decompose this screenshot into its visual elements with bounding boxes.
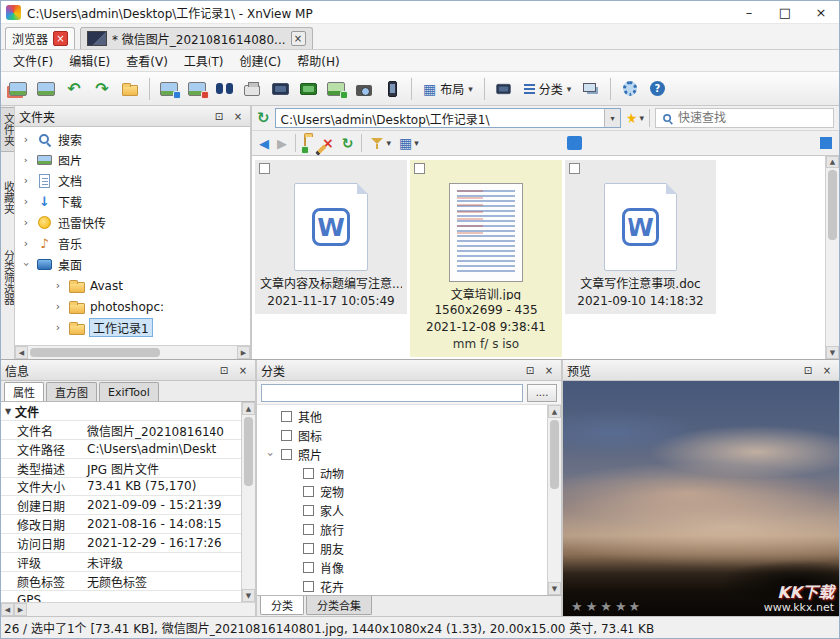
scroll-down-icon[interactable]: ▼ (548, 582, 561, 595)
category-item-photos[interactable]: ›照片 (257, 445, 547, 464)
category-filter-input[interactable] (261, 384, 523, 402)
expander-icon[interactable]: › (21, 237, 31, 250)
screen-capture-button[interactable] (295, 76, 321, 102)
section-collapse-icon[interactable]: ▼ (1, 407, 15, 416)
scroll-left-icon[interactable]: ◀ (1, 603, 14, 616)
combo-dropdown-icon[interactable]: ▾ (604, 109, 620, 127)
view-mode-dropdown[interactable]: ▦ ▾ (399, 135, 419, 151)
scrollbar-thumb[interactable] (30, 348, 160, 357)
filter-dropdown[interactable]: ▾ (370, 136, 391, 150)
tab-category-sets[interactable]: 分类合集 (306, 596, 372, 615)
category-item[interactable]: 朋友 (257, 539, 547, 558)
sort-dropdown[interactable]: 分类 ▾ (519, 76, 577, 102)
section-row[interactable]: ▼ 文件 (1, 402, 241, 421)
browser-mode-button[interactable] (5, 76, 31, 102)
scroll-up-icon[interactable]: ▲ (826, 156, 839, 168)
close-panel-icon[interactable]: × (230, 108, 246, 124)
checkbox[interactable] (303, 581, 314, 592)
camera-import-button[interactable] (351, 76, 377, 102)
menu-file[interactable]: 文件(F) (5, 50, 61, 71)
category-item[interactable]: 图标 (257, 426, 547, 445)
print-button[interactable] (239, 76, 265, 102)
folder-item-work-record[interactable]: › 工作记录1 (15, 317, 250, 338)
tab-exiftool[interactable]: ExifTool (99, 382, 159, 401)
checkbox[interactable] (303, 468, 314, 479)
category-item[interactable]: 宠物 (257, 482, 547, 501)
checkbox[interactable] (303, 543, 314, 554)
scrollbar-track[interactable] (548, 418, 561, 582)
file-checkbox[interactable] (414, 163, 425, 174)
folder-item-search[interactable]: › 搜索 (15, 129, 250, 150)
rating-stars[interactable]: ★★★★★ (571, 599, 643, 614)
expander-icon[interactable]: › (53, 321, 63, 334)
checkbox[interactable] (303, 505, 314, 516)
menu-view[interactable]: 查看(V) (118, 50, 176, 71)
expander-icon[interactable]: › (21, 154, 31, 166)
forward-button[interactable]: ▶ (277, 136, 287, 151)
sidebar-tab-favorites[interactable]: 收藏夹 (1, 176, 15, 219)
file-item-selected[interactable]: 文章培训.jpg 1560x2699 - 435 2021-12-08 9:38… (410, 160, 562, 357)
folder-item-pictures[interactable]: › 图片 (15, 150, 250, 170)
help-button[interactable]: ? (644, 76, 670, 102)
mobile-device-button[interactable] (379, 76, 405, 102)
category-item[interactable]: 肖像 (257, 558, 547, 577)
expander-icon[interactable]: › (53, 300, 63, 313)
image-edit-button[interactable] (156, 76, 182, 102)
browse-folder-button[interactable] (117, 76, 143, 102)
category-item[interactable]: 花卉 (257, 577, 547, 595)
float-panel-icon[interactable]: ⊡ (216, 362, 232, 378)
folder-item-music[interactable]: › ♪ 音乐 (15, 233, 250, 254)
folder-item-xunlei[interactable]: › 迅雷快传 (15, 212, 250, 233)
checkbox[interactable] (303, 562, 314, 573)
tab-image-close-icon[interactable]: × (291, 31, 306, 46)
expander-icon[interactable]: › (21, 195, 31, 208)
float-panel-icon[interactable]: ⊡ (211, 108, 227, 124)
search-button[interactable] (211, 76, 237, 102)
close-panel-icon[interactable]: × (235, 362, 251, 378)
redo-button[interactable]: ↷ (89, 76, 115, 102)
expander-icon[interactable]: › (21, 216, 31, 229)
scrollbar-track[interactable] (242, 415, 255, 589)
checkbox[interactable] (303, 486, 314, 497)
float-panel-icon[interactable]: ⊡ (522, 362, 538, 378)
checkbox[interactable] (303, 524, 314, 535)
scroll-up-icon[interactable]: ▲ (548, 405, 561, 418)
file-checkbox[interactable] (569, 163, 580, 174)
settings-button[interactable] (617, 76, 642, 102)
checkbox[interactable] (281, 430, 292, 441)
file-item[interactable]: W 文章写作注意事项.doc 2021-09-10 14:18:32 (565, 160, 716, 314)
folder-item-documents[interactable]: › 文档 (15, 170, 250, 191)
panel-toggle-icon[interactable] (820, 137, 832, 149)
scroll-up-icon[interactable]: ▲ (242, 402, 255, 415)
tab-category[interactable]: 分类 (260, 596, 304, 615)
folder-horizontal-scrollbar[interactable]: ◀ ▶ (15, 345, 250, 359)
info-horizontal-scrollbar[interactable]: ◀ ▶ (1, 602, 255, 616)
quick-search-box[interactable] (655, 108, 834, 128)
browser-vertical-scrollbar[interactable]: ▲ ▼ (825, 156, 839, 359)
scrollbar-thumb[interactable] (550, 420, 559, 489)
thumbnail-view-button[interactable] (491, 76, 517, 102)
minimize-button[interactable]: – (731, 1, 767, 23)
close-button[interactable]: × (803, 1, 839, 23)
category-item[interactable]: 其他 (257, 407, 547, 426)
category-item[interactable]: 旅行 (257, 520, 547, 539)
batch-convert-button[interactable] (323, 76, 349, 102)
sidebar-tab-category-filter[interactable]: 分类筛选器 (1, 245, 15, 310)
layout-dropdown[interactable]: ▦ 布局 ▾ (418, 76, 478, 102)
folder-item-photoshop[interactable]: › photoshopc: (15, 296, 250, 317)
scroll-down-icon[interactable]: ▼ (826, 346, 839, 359)
file-item[interactable]: W 文章内容及标题编写注意... 2021-11-17 10:05:49 (255, 160, 407, 314)
category-item[interactable]: 家人 (257, 501, 547, 520)
sidebar-tab-folders[interactable]: 文件夹 (1, 108, 15, 151)
scrollbar-thumb[interactable] (244, 417, 253, 486)
expander-icon[interactable]: › (21, 174, 31, 187)
search-input[interactable] (678, 111, 828, 125)
scrollbar-thumb[interactable] (828, 170, 837, 240)
scroll-left-icon[interactable]: ◀ (15, 346, 28, 359)
folder-item-downloads[interactable]: › ↓ 下载 (15, 191, 250, 212)
path-combobox[interactable]: C:\Users\admin\Desktop\工作记录1\ ▾ (275, 108, 621, 128)
expander-icon[interactable]: › (264, 450, 277, 460)
expander-icon[interactable]: › (20, 260, 33, 270)
back-button[interactable]: ◀ (259, 136, 269, 151)
checkbox[interactable] (281, 449, 292, 460)
